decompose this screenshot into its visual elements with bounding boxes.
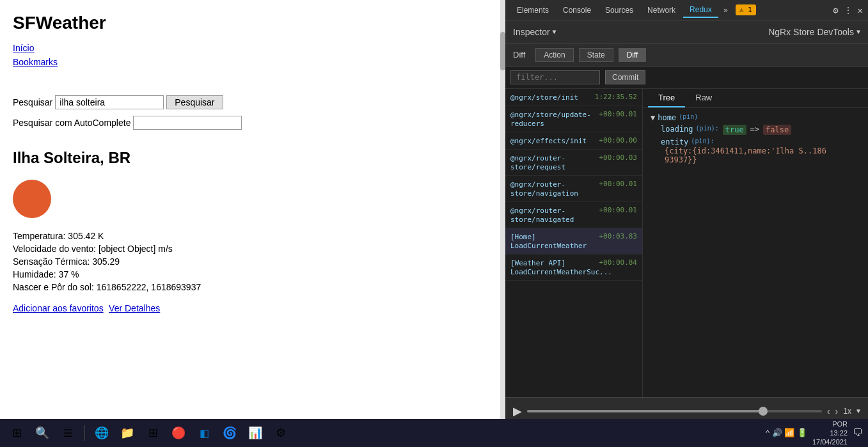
filter-input[interactable] xyxy=(510,70,600,84)
taskbar-settings[interactable]: ⚙ xyxy=(269,421,292,444)
nav-inicio[interactable]: Início xyxy=(13,41,493,55)
action-item-4[interactable]: +00:00.01 @ngrx/router-store/navigation xyxy=(505,176,642,202)
settings-icon[interactable]: ⚙ xyxy=(833,5,838,15)
taskbar-start[interactable]: ⊞ xyxy=(5,421,28,444)
tree-loading-line: loading (pin): true => false xyxy=(661,125,860,135)
left-scrollbar[interactable] xyxy=(500,0,505,419)
nav-links: Início Bookmarks xyxy=(13,41,493,70)
tb-separator-1 xyxy=(84,425,85,441)
taskbar-right: ^ 🔊 📶 🔋 POR 13:22 17/04/2021 🗨 xyxy=(766,420,863,447)
tab-sources[interactable]: Sources xyxy=(599,3,640,17)
tree-loading-arrow: => xyxy=(750,125,759,134)
action-item-2[interactable]: +00:00.00 @ngrx/effects/init xyxy=(505,132,642,150)
diff-label: Diff xyxy=(513,50,525,59)
action-name-3: @ngrx/router-store/request xyxy=(510,154,565,171)
app-title: SFWeather xyxy=(13,13,493,33)
taskbar-search[interactable]: 🔍 xyxy=(31,421,54,444)
tree-expand-icon[interactable]: ▼ xyxy=(651,113,655,122)
taskbar-app[interactable]: 📊 xyxy=(244,421,267,444)
weather-icon xyxy=(13,180,51,218)
city-name: Ilha Solteira, BR xyxy=(13,149,493,167)
add-favoritos-link[interactable]: Adicionar aos favoritos xyxy=(13,303,104,313)
tree-tabs: Tree Raw xyxy=(643,89,868,108)
tree-home-key: home xyxy=(658,113,676,122)
filter-row: Commit xyxy=(505,67,868,89)
action-time-2: +00:00.00 xyxy=(599,136,637,145)
more-tabs-icon[interactable]: » xyxy=(720,3,732,17)
action-time-0: 1:22:35.52 xyxy=(595,93,637,101)
taskbar-explorer[interactable]: 📁 xyxy=(116,421,139,444)
search-section: Pesquisar Pesquisar xyxy=(13,95,493,109)
taskbar-edge[interactable]: 🌐 xyxy=(90,421,113,444)
next-action-button[interactable]: › xyxy=(835,406,839,416)
autocomplete-input[interactable] xyxy=(133,116,242,130)
temperatura: Temperatura: 305.42 K xyxy=(13,231,493,241)
speed-chevron[interactable]: ▼ xyxy=(856,407,860,414)
search-input[interactable] xyxy=(55,95,164,109)
play-button[interactable]: ▶ xyxy=(513,404,522,418)
tree-loading-pin: (pin): xyxy=(696,125,719,132)
tab-network[interactable]: Network xyxy=(641,3,682,17)
action-time-7: +00:00.84 xyxy=(599,258,637,267)
autocomplete-section: Pesquisar com AutoComplete xyxy=(13,116,493,130)
humidade: Humidade: 37 % xyxy=(13,269,493,279)
taskbar-taskview[interactable]: ☰ xyxy=(56,421,79,444)
links-bottom: Adicionar aos favoritos Ver Detalhes xyxy=(13,302,493,314)
search-button[interactable]: Pesquisar xyxy=(166,95,223,109)
tab-console[interactable]: Console xyxy=(556,3,597,17)
tree-entity-val: {city:{id:3461411,name:'Ilha S..186 9393… xyxy=(665,146,860,164)
state-button[interactable]: State xyxy=(579,48,613,62)
diff-button[interactable]: Diff xyxy=(619,48,647,62)
commit-button[interactable]: Commit xyxy=(605,70,645,84)
action-item-0[interactable]: 1:22:35.52 @ngrx/store/init xyxy=(505,89,642,106)
action-name-0: @ngrx/store/init xyxy=(510,93,578,102)
taskbar-vscode[interactable]: ◧ xyxy=(193,421,216,444)
tree-entity-pin: (pin): xyxy=(691,137,714,145)
close-icon[interactable]: ✕ xyxy=(858,5,863,15)
action-name-7: [Weather API] LoadCurrentWeatherSuc... xyxy=(510,259,612,276)
devtools-panel: Elements Console Sources Network Redux »… xyxy=(505,0,868,447)
ngrx-chevron[interactable]: ▼ xyxy=(856,28,860,35)
search-label: Pesquisar xyxy=(13,97,52,107)
tree-entity-line: entity (pin): {city:{id:3461411,name:'Il… xyxy=(661,137,860,164)
tree-tab-raw[interactable]: Raw xyxy=(685,89,722,107)
weather-details: Temperatura: 305.42 K Velocidade do vent… xyxy=(13,231,493,292)
action-name-6: [Home] LoadCurrentWeather xyxy=(510,233,587,250)
action-list: 1:22:35.52 @ngrx/store/init +00:00.01 @n… xyxy=(505,89,643,397)
action-item-1[interactable]: +00:00.01 @ngrx/store/update-reducers xyxy=(505,106,642,132)
main-split: 1:22:35.52 @ngrx/store/init +00:00.01 @n… xyxy=(505,89,868,397)
progress-bar[interactable] xyxy=(527,410,822,412)
action-item-7[interactable]: +00:00.84 [Weather API] LoadCurrentWeath… xyxy=(505,255,642,281)
more-options-icon[interactable]: ⋮ xyxy=(844,5,853,15)
nav-bookmarks[interactable]: Bookmarks xyxy=(13,55,493,69)
tab-redux[interactable]: Redux xyxy=(683,3,718,18)
action-item-6[interactable]: +00:03.83 [Home] LoadCurrentWeather xyxy=(505,228,642,255)
taskbar-firefox[interactable]: 🔴 xyxy=(167,421,190,444)
action-name-5: @ngrx/router-store/navigated xyxy=(510,207,574,224)
ver-detalhes-link[interactable]: Ver Detalhes xyxy=(109,303,160,313)
tree-home-pin: (pin) xyxy=(679,113,698,120)
taskbar-notification[interactable]: 🗨 xyxy=(853,427,863,439)
ngrx-title: NgRx Store DevTools xyxy=(768,27,854,37)
action-item-3[interactable]: +00:00.03 @ngrx/router-store/request xyxy=(505,150,642,176)
action-button[interactable]: Action xyxy=(535,48,573,62)
tree-home-line: ▼ home (pin) xyxy=(651,113,860,122)
tab-elements[interactable]: Elements xyxy=(510,3,555,17)
inspector-chevron[interactable]: ▼ xyxy=(553,28,556,35)
progress-fill xyxy=(527,410,763,412)
taskbar-date: 17/04/2021 xyxy=(812,437,848,446)
progress-knob[interactable] xyxy=(759,407,768,416)
main-app-panel: SFWeather Início Bookmarks Pesquisar Pes… xyxy=(0,0,505,419)
action-time-5: +00:00.01 xyxy=(599,206,637,214)
action-state-row: Diff Action State Diff xyxy=(505,43,868,67)
tree-tab-tree[interactable]: Tree xyxy=(648,89,685,107)
tree-content: ▼ home (pin) loading (pin): true => fals… xyxy=(643,108,868,172)
vento: Velocidade do vento: [object Object] m/s xyxy=(13,244,493,254)
taskbar-tray-icons: ^ 🔊 📶 🔋 xyxy=(766,428,807,437)
taskbar-store[interactable]: ⊞ xyxy=(141,421,164,444)
prev-action-button[interactable]: ‹ xyxy=(827,406,830,416)
action-time-1: +00:00.01 xyxy=(599,110,637,118)
action-item-5[interactable]: +00:00.01 @ngrx/router-store/navigated xyxy=(505,202,642,228)
taskbar-chrome[interactable]: 🌀 xyxy=(218,421,241,444)
taskbar-language: POR xyxy=(812,420,848,428)
